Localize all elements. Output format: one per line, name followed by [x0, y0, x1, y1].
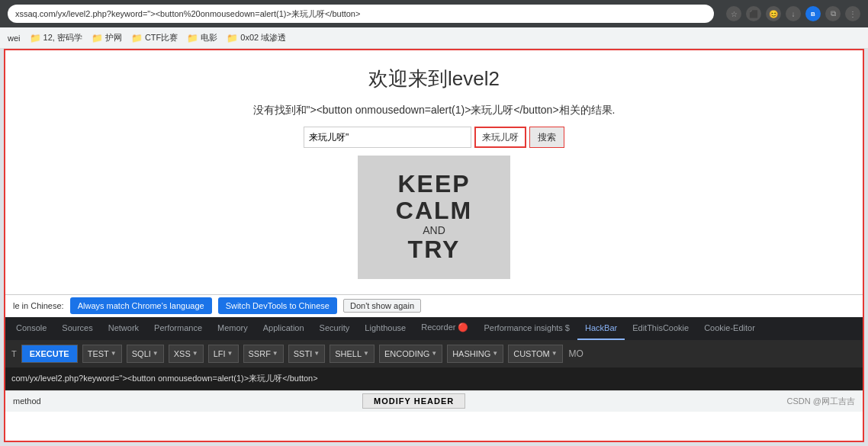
keep-calm-and: AND	[373, 224, 495, 236]
csdn-watermark: CSDN @网工吉吉	[787, 396, 855, 407]
hackbar-toolbar: T EXECUTE TEST▼ SQLI▼ XSS▼ LFI▼ SSRF▼ SS…	[5, 340, 863, 367]
browser-action-icons: ☆ ⬛ 😊 ↓ B ⧉ ⋮	[726, 6, 860, 21]
tab-hackbar[interactable]: HackBar	[577, 317, 625, 340]
window-icon[interactable]: ⧉	[825, 6, 841, 21]
bookmark-domain[interactable]: 📁 0x02 域渗透	[227, 32, 286, 43]
tab-recorder[interactable]: Recorder 🔴	[413, 317, 476, 340]
search-row: 来玩儿呀 搜索	[21, 127, 847, 148]
bookmark-ctf-label: CTF比赛	[145, 32, 178, 43]
folder-icon-5: 📁	[227, 33, 238, 43]
keep-calm-image: KEEP CALM AND TRY	[358, 156, 510, 279]
main-area: 欢迎来到level2 没有找到和"><button onmousedown=al…	[0, 49, 868, 446]
hashing-menu[interactable]: HASHING▼	[447, 345, 503, 363]
tab-console[interactable]: Console	[8, 317, 54, 340]
browser-chrome: xssaq.com/yx/level2.php?keyword="><butto…	[0, 0, 868, 27]
switch-devtools-button[interactable]: Switch DevTools to Chinese	[218, 297, 337, 314]
notification-prefix: le in Chinese:	[13, 301, 64, 310]
ssti-menu[interactable]: SSTI▼	[288, 345, 325, 363]
left-indicator: T	[11, 349, 17, 358]
language-notification: le in Chinese: Always match Chrome's lan…	[5, 294, 863, 317]
more-button[interactable]: MO	[569, 348, 583, 359]
site-subtitle: 没有找到和"><button onmousedown=alert(1)>来玩儿呀…	[21, 104, 847, 117]
bookmarks-bar: wei 📁 12, 密码学 📁 护网 📁 CTF比赛 📁 电影 📁 0x02 域…	[0, 27, 868, 49]
bookmark-movie-label: 电影	[201, 32, 217, 43]
tab-network[interactable]: Network	[101, 317, 146, 340]
shell-menu[interactable]: SHELL▼	[330, 345, 375, 363]
site-content: 欢迎来到level2 没有找到和"><button onmousedown=al…	[5, 50, 863, 294]
xss-menu[interactable]: XSS▼	[169, 345, 204, 363]
hackbar-url-input[interactable]	[11, 374, 857, 383]
custom-arrow: ▼	[551, 350, 558, 357]
search-input[interactable]	[304, 127, 471, 148]
folder-icon: 📁	[30, 33, 41, 43]
folder-icon-2: 📁	[92, 33, 103, 43]
ssrf-arrow: ▼	[272, 350, 278, 357]
dont-show-again-button[interactable]: Don't show again	[343, 299, 421, 313]
hackbar-url-bar	[5, 367, 863, 390]
bottom-bar: method MODIFY HEADER CSDN @网工吉吉	[5, 390, 863, 412]
tab-application[interactable]: Application	[256, 317, 312, 340]
bookmark-wei[interactable]: wei	[8, 34, 21, 43]
address-text: xssaq.com/yx/level2.php?keyword="><butto…	[15, 8, 360, 20]
tab-perf-insights[interactable]: Performance insights $	[476, 317, 577, 340]
search-button[interactable]: 搜索	[529, 127, 564, 148]
lfi-arrow: ▼	[227, 350, 233, 357]
bookmark-crypto-label: 12, 密码学	[43, 32, 82, 43]
encoding-arrow: ▼	[431, 350, 437, 357]
extension-blue-icon[interactable]: B	[805, 6, 821, 21]
tab-lighthouse[interactable]: Lighthouse	[357, 317, 413, 340]
keep-calm-try: TRY	[373, 236, 495, 263]
site-title: 欢迎来到level2	[21, 66, 847, 92]
menu-icon[interactable]: ⋮	[845, 6, 860, 21]
bookmark-hw-label: 护网	[105, 32, 122, 43]
bookmark-movie[interactable]: 📁 电影	[187, 32, 217, 43]
bookmark-wei-label: wei	[8, 34, 21, 43]
always-match-button[interactable]: Always match Chrome's language	[70, 297, 212, 314]
tab-editthiscookie[interactable]: EditThisCookie	[625, 317, 696, 340]
bookmark-護网[interactable]: 📁 护网	[92, 32, 122, 43]
bookmark-domain-label: 0x02 域渗透	[240, 32, 286, 43]
extensions-icon[interactable]: ⬛	[746, 6, 761, 21]
bookmark-ctf[interactable]: 📁 CTF比赛	[131, 32, 178, 43]
ssrf-menu[interactable]: SSRF▼	[243, 345, 284, 363]
bookmark-crypto[interactable]: 📁 12, 密码学	[30, 32, 82, 43]
sqli-arrow: ▼	[153, 350, 159, 357]
hashing-arrow: ▼	[492, 350, 498, 357]
execute-button[interactable]: EXECUTE	[21, 345, 78, 363]
address-bar[interactable]: xssaq.com/yx/level2.php?keyword="><butto…	[8, 5, 714, 23]
test-arrow: ▼	[111, 350, 117, 357]
devtools-tab-bar: Console Sources Network Performance Memo…	[5, 317, 863, 340]
tab-sources[interactable]: Sources	[54, 317, 100, 340]
xss-arrow: ▼	[192, 350, 198, 357]
ssti-arrow: ▼	[313, 350, 320, 357]
page-content: 欢迎来到level2 没有找到和"><button onmousedown=al…	[4, 49, 864, 442]
tab-memory[interactable]: Memory	[210, 317, 256, 340]
custom-menu[interactable]: CUSTOM▼	[508, 345, 562, 363]
encoding-menu[interactable]: ENCODING▼	[379, 345, 442, 363]
star-icon[interactable]: ☆	[726, 6, 741, 21]
lfi-menu[interactable]: LFI▼	[208, 345, 239, 363]
folder-icon-4: 📁	[187, 33, 198, 43]
shell-arrow: ▼	[363, 350, 369, 357]
tab-performance[interactable]: Performance	[146, 317, 210, 340]
search-inner-button[interactable]: 来玩儿呀	[474, 127, 526, 148]
test-menu[interactable]: TEST▼	[82, 345, 122, 363]
keep-calm-calm: CALM	[373, 197, 495, 224]
modify-header-button[interactable]: MODIFY HEADER	[362, 393, 465, 409]
update-icon[interactable]: ↓	[786, 6, 801, 21]
keep-calm-keep: KEEP	[373, 171, 495, 197]
sqli-menu[interactable]: SQLI▼	[127, 345, 164, 363]
tab-security[interactable]: Security	[312, 317, 358, 340]
tab-cookie-editor[interactable]: Cookie-Editor	[696, 317, 763, 340]
profile-icon[interactable]: 😊	[766, 6, 781, 21]
method-label: method	[13, 396, 41, 406]
folder-icon-3: 📁	[131, 33, 143, 43]
